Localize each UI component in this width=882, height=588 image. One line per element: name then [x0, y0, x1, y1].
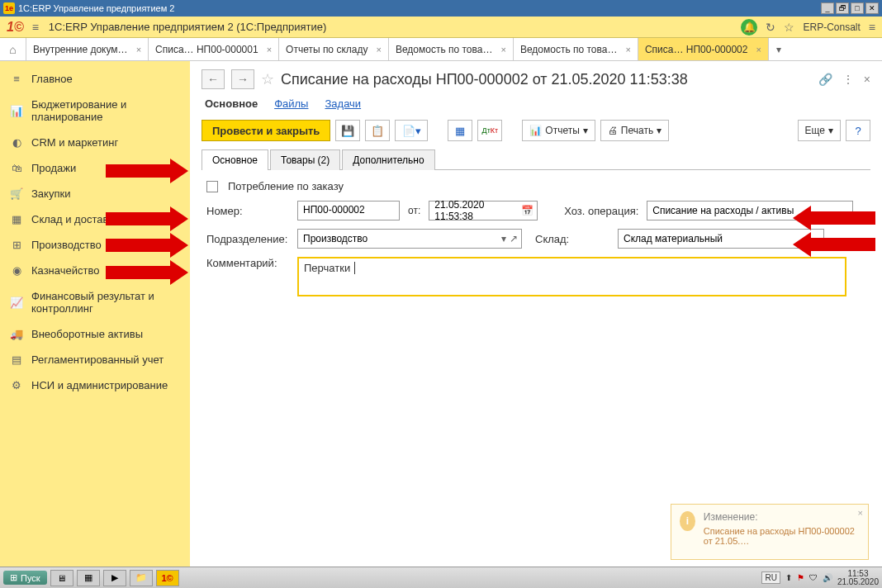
reports-button[interactable]: 📊Отчеты▾	[522, 120, 595, 141]
inner-tab-extra[interactable]: Дополнительно	[342, 149, 434, 170]
clock[interactable]: 11:53 21.05.2020	[837, 570, 879, 586]
menu-icon[interactable]: ≡	[32, 21, 39, 34]
subtab-main[interactable]: Основное	[205, 97, 258, 110]
restore-button[interactable]: 🗗	[836, 2, 849, 14]
sidebar-item-warehouse[interactable]: ▦Склад и доставка	[0, 206, 190, 232]
doc-icon: ▤	[10, 353, 23, 366]
forward-button[interactable]: →	[231, 69, 254, 89]
tabs-row: ⌂ Внутренние докум…× Списа… НП00-000001×…	[0, 38, 882, 61]
number-label: Номер:	[206, 205, 292, 217]
tray-icon[interactable]: ⚑	[797, 573, 804, 582]
document-title: Списание на расходы НП00-000002 от 21.05…	[281, 71, 812, 88]
operation-select[interactable]: Списание на расходы / активы	[647, 201, 853, 220]
sidebar-item-regulated[interactable]: ▤Регламентированный учет	[0, 347, 190, 372]
sidebar-item-sales[interactable]: 🛍Продажи	[0, 155, 190, 181]
open-icon[interactable]: ↗	[510, 233, 518, 244]
toolbar: Провести и закрыть 💾 📋 📄▾ ▦ ДтКт 📊Отчеты…	[202, 120, 870, 141]
tab-5[interactable]: Списа… НП00-000002×	[638, 38, 769, 60]
tab-4[interactable]: Ведомость по това…×	[514, 38, 638, 60]
factory-icon: ⊞	[10, 239, 23, 251]
close-doc-icon[interactable]: ×	[864, 73, 870, 86]
sidebar-item-budget[interactable]: 📊Бюджетирование и планирование	[0, 92, 190, 130]
date-input[interactable]: 21.05.2020 11:53:38📅	[429, 201, 538, 220]
structure-button[interactable]: ▦	[448, 120, 472, 141]
inner-tab-goods[interactable]: Товары (2)	[270, 149, 340, 170]
more-icon[interactable]: ⋮	[842, 73, 854, 86]
taskbar-item[interactable]: ▶	[103, 570, 126, 586]
warehouse-label: Склад:	[535, 233, 613, 245]
maximize-button[interactable]: □	[851, 2, 864, 14]
tab-3[interactable]: Ведомость по това…×	[389, 38, 514, 60]
home-tab[interactable]: ⌂	[0, 38, 26, 60]
sidebar-item-crm[interactable]: ◐CRM и маркетинг	[0, 130, 190, 155]
notifications-icon[interactable]: 🔔	[741, 19, 757, 36]
sidebar-item-finance[interactable]: 📈Финансовый результат и контроллинг	[0, 283, 190, 321]
sidebar-item-purchases[interactable]: 🛒Закупки	[0, 181, 190, 206]
toast-body[interactable]: Списание на расходы НП00-000002 от 21.05…	[704, 526, 860, 546]
sidebar-item-admin[interactable]: ⚙НСИ и администрирование	[0, 372, 190, 398]
pie-icon: ◐	[10, 136, 23, 149]
minimize-button[interactable]: _	[821, 2, 834, 14]
sidebar-item-assets[interactable]: 🚚Внеоборотные активы	[0, 321, 190, 347]
close-button[interactable]: ✕	[865, 2, 879, 14]
inner-tab-main[interactable]: Основное	[202, 149, 268, 170]
subtab-tasks[interactable]: Задачи	[325, 97, 361, 110]
calendar-icon[interactable]: 📅	[521, 205, 533, 216]
taskbar-item[interactable]: 📁	[130, 570, 153, 586]
post-button[interactable]: 📋	[365, 120, 390, 141]
tray-icon[interactable]: 🛡	[809, 573, 818, 582]
dt-kt-button[interactable]: ДтКт	[477, 120, 502, 141]
tab-2[interactable]: Отчеты по складу×	[279, 38, 389, 60]
by-order-label: Потребление по заказу	[228, 180, 344, 192]
operation-label: Хоз. операция:	[564, 205, 642, 217]
tabs-dropdown[interactable]: ▾	[769, 38, 789, 60]
sidebar-item-production[interactable]: ⊞Производство	[0, 232, 190, 258]
inner-tabs: Основное Товары (2) Дополнительно	[202, 149, 870, 170]
taskbar-item[interactable]: 🖥	[50, 570, 74, 586]
language-indicator[interactable]: RU	[761, 571, 780, 584]
link-icon[interactable]: 🔗	[818, 73, 832, 86]
settings-icon[interactable]: ≡	[869, 21, 875, 34]
save-button[interactable]: 💾	[335, 120, 360, 141]
number-input[interactable]: НП00-000002	[297, 201, 400, 220]
tab-0[interactable]: Внутренние докум…×	[26, 38, 149, 60]
close-icon[interactable]: ×	[136, 45, 141, 55]
tray-icon[interactable]: 🔊	[823, 573, 832, 582]
help-button[interactable]: ?	[846, 120, 870, 141]
create-based-button[interactable]: 📄▾	[395, 120, 428, 141]
close-icon[interactable]: ×	[376, 45, 381, 55]
more-button[interactable]: Еще▾	[798, 120, 841, 141]
close-icon[interactable]: ×	[500, 45, 505, 55]
user-label[interactable]: ERP-Consalt	[803, 21, 860, 33]
department-select[interactable]: Производство▾↗	[297, 229, 522, 249]
favorite-icon[interactable]: ☆	[784, 21, 794, 34]
star-icon[interactable]: ☆	[261, 70, 274, 88]
warehouse-select[interactable]: Склад материальный	[618, 229, 824, 249]
history-icon[interactable]: ↻	[766, 21, 775, 34]
truck-icon: 🚚	[10, 328, 23, 340]
post-close-button[interactable]: Провести и закрыть	[202, 120, 330, 141]
tab-1[interactable]: Списа… НП00-000001×	[149, 38, 279, 60]
chart-icon: 📊	[10, 105, 23, 117]
back-button[interactable]: ←	[202, 69, 225, 89]
chevron-down-icon[interactable]: ▾	[501, 233, 506, 244]
sidebar-item-treasury[interactable]: ◉Казначейство	[0, 258, 190, 283]
close-icon[interactable]: ×	[267, 45, 272, 55]
toast-close-icon[interactable]: ×	[858, 508, 863, 518]
sidebar: ≡Главное 📊Бюджетирование и планирование …	[0, 61, 190, 567]
logo-icon: 1©	[7, 20, 24, 35]
notification-toast: i Изменение: Списание на расходы НП00-00…	[671, 504, 869, 560]
print-button[interactable]: 🖨Печать▾	[600, 120, 669, 141]
taskbar-item[interactable]: 1©	[156, 570, 179, 586]
sidebar-item-main[interactable]: ≡Главное	[0, 66, 190, 92]
close-icon[interactable]: ×	[625, 45, 630, 55]
close-icon[interactable]: ×	[756, 45, 761, 55]
by-order-checkbox[interactable]	[206, 181, 218, 192]
comment-input[interactable]: Перчатки	[297, 257, 846, 296]
tray-icon[interactable]: ⬆	[785, 573, 792, 582]
gear-icon: ⚙	[10, 379, 23, 391]
taskbar-item[interactable]: ▦	[77, 570, 100, 586]
window-title: 1C:ERP Управление предприятием 2	[18, 3, 174, 13]
start-button[interactable]: ⊞Пуск	[3, 571, 47, 585]
subtab-files[interactable]: Файлы	[274, 97, 308, 110]
